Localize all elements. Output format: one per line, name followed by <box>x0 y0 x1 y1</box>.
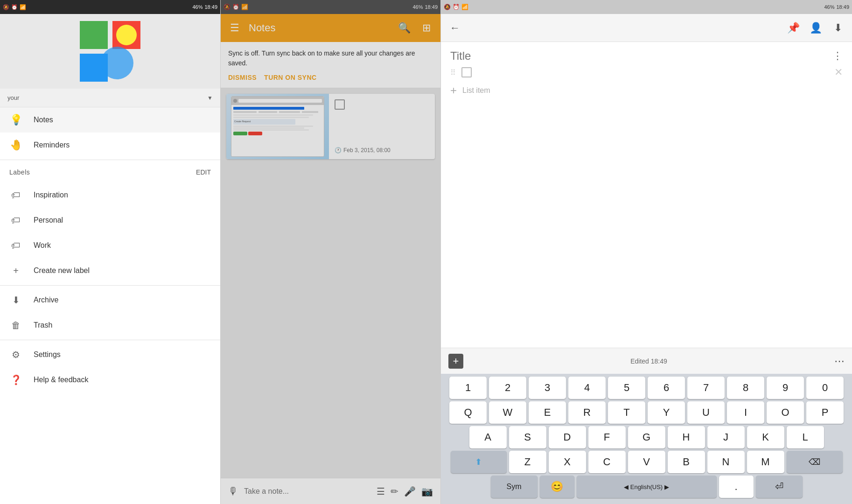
nav-item-settings[interactable]: ⚙ Settings <box>0 342 220 367</box>
key-s[interactable]: S <box>509 426 546 448</box>
labels-edit-button[interactable]: EDIT <box>196 168 211 176</box>
key-t[interactable]: T <box>608 401 645 424</box>
keyboard: 1 2 3 4 5 6 7 8 9 0 Q W E R T Y U I O P … <box>441 374 852 504</box>
alarm-icon: ⏰ <box>11 4 18 10</box>
key-a[interactable]: A <box>469 426 507 448</box>
nav-item-trash[interactable]: 🗑 Trash <box>0 313 220 338</box>
key-e[interactable]: E <box>529 401 566 424</box>
return-key[interactable]: ⏎ <box>756 476 803 498</box>
key-j[interactable]: J <box>707 426 745 448</box>
key-5[interactable]: 5 <box>608 377 645 399</box>
time-editor: 18:49 <box>836 4 849 10</box>
key-2[interactable]: 2 <box>489 377 526 399</box>
key-m[interactable]: M <box>747 451 784 473</box>
labels-header: Labels EDIT <box>0 162 220 182</box>
wifi-icon-editor: 📶 <box>461 4 468 10</box>
settings-icon: ⚙ <box>9 348 22 361</box>
label-item-inspiration[interactable]: 🏷 Inspiration <box>0 182 220 208</box>
divider-2 <box>0 285 220 286</box>
key-p[interactable]: P <box>806 401 844 424</box>
key-7[interactable]: 7 <box>687 377 725 399</box>
account-row[interactable]: your ▼ <box>0 89 220 107</box>
status-icons-left-editor: 🔕 ⏰ 📶 <box>444 4 468 10</box>
key-4[interactable]: 4 <box>568 377 606 399</box>
key-h[interactable]: H <box>668 426 705 448</box>
nav-item-help[interactable]: ❓ Help & feedback <box>0 367 220 392</box>
key-i[interactable]: I <box>727 401 764 424</box>
help-label: Help & feedback <box>34 376 88 384</box>
label-item-create-new[interactable]: + Create new label <box>0 258 220 283</box>
key-3[interactable]: 3 <box>529 377 566 399</box>
backspace-key[interactable]: ⌫ <box>787 451 843 473</box>
wifi-icon: 📶 <box>20 4 26 10</box>
create-label-text: Create new label <box>34 266 90 275</box>
keyboard-row-z: ⬆ Z X C V B N M ⌫ <box>443 451 850 473</box>
editor-add-icon[interactable]: + <box>448 354 463 369</box>
key-l[interactable]: L <box>787 426 824 448</box>
nav-item-notes[interactable]: 💡 Notes <box>0 107 220 133</box>
key-d[interactable]: D <box>549 426 586 448</box>
add-item-row[interactable]: + List item <box>441 82 852 99</box>
editor-more-options-icon[interactable]: ⋯ <box>834 355 845 367</box>
key-n[interactable]: N <box>707 451 745 473</box>
key-u[interactable]: U <box>687 401 725 424</box>
label-item-work[interactable]: 🏷 Work <box>0 233 220 258</box>
keyboard-row-q: Q W E R T Y U I O P <box>443 401 850 424</box>
note-title-input[interactable] <box>450 49 764 63</box>
status-bar-sidebar: 🔕 ⏰ 📶 46% 18:49 <box>0 0 220 14</box>
editor-bottom-bar: + Edited 18:49 ⋯ <box>441 348 852 374</box>
key-c[interactable]: C <box>588 451 626 473</box>
keyboard-row-bottom: Sym 😊 ◀ English(US) ▶ . ⏎ <box>443 476 850 498</box>
key-k[interactable]: K <box>747 426 784 448</box>
shift-key[interactable]: ⬆ <box>451 451 507 473</box>
key-8[interactable]: 8 <box>727 377 764 399</box>
key-1[interactable]: 1 <box>449 377 487 399</box>
notification-icon: 🔕 <box>3 4 9 10</box>
label-icon-work: 🏷 <box>9 239 22 252</box>
archive-button[interactable]: ⬇ <box>830 20 846 36</box>
key-r[interactable]: R <box>568 401 606 424</box>
back-button[interactable]: ← <box>447 20 463 36</box>
key-f[interactable]: F <box>588 426 626 448</box>
dropdown-arrow-icon[interactable]: ▼ <box>207 95 213 101</box>
sym-key[interactable]: Sym <box>491 476 538 498</box>
divider-3 <box>0 340 220 340</box>
notes-list-panel: 🔕 ⏰ 📶 46% 18:49 ☰ Notes 🔍 ⊞ Sync is off.… <box>220 0 440 504</box>
key-b[interactable]: B <box>668 451 705 473</box>
help-icon: ❓ <box>9 373 22 386</box>
list-item-checkbox[interactable] <box>461 67 472 77</box>
more-options-button[interactable]: ⋮ <box>832 50 843 62</box>
key-z[interactable]: Z <box>509 451 546 473</box>
emoji-key[interactable]: 😊 <box>540 476 574 498</box>
key-g[interactable]: G <box>628 426 665 448</box>
key-0[interactable]: 0 <box>806 377 844 399</box>
key-9[interactable]: 9 <box>767 377 804 399</box>
list-item-close-icon[interactable]: ✕ <box>834 66 843 78</box>
key-x[interactable]: X <box>549 451 586 473</box>
reminders-nav-label: Reminders <box>34 141 70 149</box>
language-key[interactable]: ◀ English(US) ▶ <box>577 476 717 498</box>
key-o[interactable]: O <box>767 401 804 424</box>
sidebar-header: your ▼ ON SYNC <box>0 14 220 107</box>
nav-item-archive[interactable]: ⬇ Archive <box>0 287 220 313</box>
alarm-icon-editor: ⏰ <box>453 4 460 10</box>
battery-text: 46% <box>192 4 203 10</box>
google-logo-area <box>0 14 220 89</box>
label-icon-personal: 🏷 <box>9 214 22 227</box>
add-reminder-button[interactable]: 👤 <box>807 20 824 36</box>
key-y[interactable]: Y <box>648 401 685 424</box>
nav-item-reminders[interactable]: 🤚 Reminders <box>0 133 220 158</box>
reminders-nav-icon: 🤚 <box>9 139 22 152</box>
key-w[interactable]: W <box>489 401 526 424</box>
key-q[interactable]: Q <box>449 401 487 424</box>
key-6[interactable]: 6 <box>648 377 685 399</box>
account-text: your <box>7 94 207 101</box>
pin-button[interactable]: 📌 <box>785 20 802 36</box>
trash-icon: 🗑 <box>9 319 22 332</box>
key-v[interactable]: V <box>628 451 665 473</box>
label-item-personal[interactable]: 🏷 Personal <box>0 208 220 233</box>
label-text-personal: Personal <box>34 216 63 224</box>
period-key[interactable]: . <box>719 476 754 498</box>
status-right-editor: 46% 18:49 <box>824 4 849 10</box>
status-bar-editor: 🔕 ⏰ 📶 46% 18:49 <box>441 0 852 14</box>
